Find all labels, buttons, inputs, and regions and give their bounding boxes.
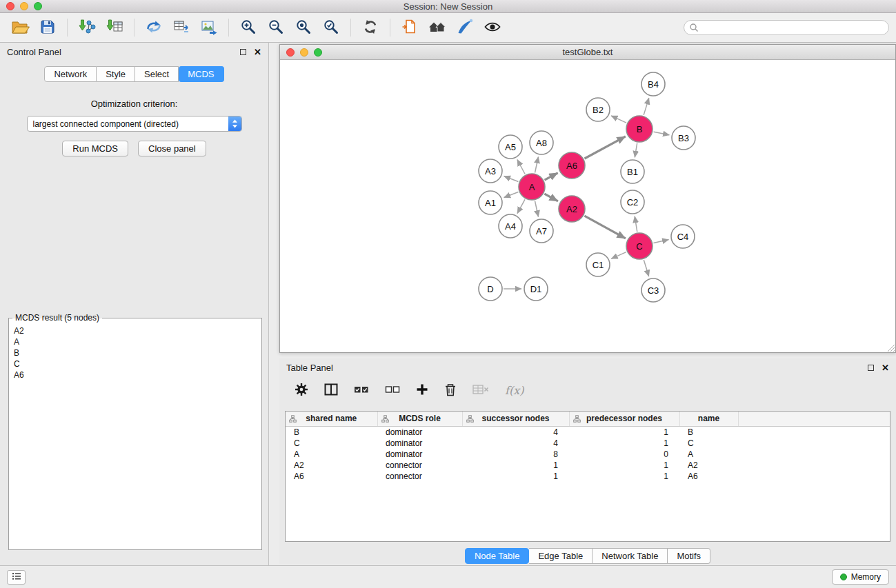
export-image-button[interactable] [196,16,222,39]
network-node-D[interactable]: D [479,277,502,301]
table-cell-successors[interactable]: 8 [462,449,569,460]
network-edge-C-C3[interactable] [644,260,648,276]
criterion-dropdown[interactable]: largest connected component (directed) [27,116,242,132]
annotation-button[interactable] [397,16,423,39]
zoom-window-button[interactable] [34,2,42,10]
table-cell-name[interactable]: A [679,449,738,460]
network-edge-A-A2[interactable] [544,194,558,201]
network-edge-A-A8[interactable] [535,157,539,173]
tab-motifs[interactable]: Motifs [668,548,710,564]
mcds-result-item[interactable]: A6 [10,369,260,381]
table-cell-successors[interactable]: 4 [462,438,569,449]
network-edge-A2-C[interactable] [584,216,626,239]
table-row[interactable]: A2connector11A2 [286,460,890,471]
save-session-button[interactable] [34,16,61,39]
table-cell-shared-name[interactable]: B [286,426,377,438]
network-node-B3[interactable]: B3 [672,126,695,150]
import-table-button[interactable] [101,16,128,39]
table-cell-mcds-role[interactable]: connector [377,460,462,471]
search-input[interactable] [684,20,889,35]
apply-style-button[interactable] [452,16,478,39]
network-edge-B-B4[interactable] [644,98,649,115]
network-node-A[interactable]: A [519,174,545,200]
resize-grip-icon[interactable] [886,343,895,352]
network-node-C4[interactable]: C4 [671,225,695,248]
home-view-button[interactable] [424,16,450,39]
network-edge-A-A3[interactable] [504,176,519,182]
tab-edge-table[interactable]: Edge Table [529,548,593,564]
add-column-button[interactable] [416,383,428,398]
table-row[interactable]: Bdominator41B [286,426,890,438]
show-columns-button[interactable] [324,383,338,398]
close-panel-button-secondary[interactable]: Close panel [138,141,206,156]
table-cell-successors[interactable]: 1 [462,471,569,482]
delete-column-button[interactable] [444,383,457,398]
delete-table-button[interactable] [472,384,489,397]
table-cell-name[interactable]: A2 [679,460,738,471]
table-cell-predecessors[interactable]: 1 [569,426,679,438]
table-cell-mcds-role[interactable]: connector [377,471,462,482]
network-node-A6[interactable]: A6 [559,152,585,179]
memory-button[interactable]: Memory [832,569,889,585]
run-mcds-button[interactable]: Run MCDS [62,141,128,156]
column-header-mcds-role[interactable]: MCDS role [377,412,462,426]
table-cell-successors[interactable]: 4 [462,426,569,438]
mcds-result-item[interactable]: C [10,358,260,369]
tab-select[interactable]: Select [135,66,179,82]
table-cell-mcds-role[interactable]: dominator [377,449,462,460]
network-edge-B-B1[interactable] [635,143,637,158]
network-node-A2[interactable]: A2 [559,196,585,222]
network-node-C1[interactable]: C1 [586,253,610,276]
network-edge-C-C1[interactable] [611,252,626,259]
table-cell-name[interactable]: C [679,438,738,449]
column-header-shared-name[interactable]: shared name [286,412,377,426]
network-node-B[interactable]: B [626,116,653,142]
tab-mcds[interactable]: MCDS [179,66,223,82]
network-node-C[interactable]: C [626,233,653,259]
network-edge-A-A7[interactable] [535,201,539,217]
mcds-result-item[interactable]: A2 [10,325,260,336]
task-history-button[interactable] [7,570,26,585]
network-edge-A-A5[interactable] [517,160,525,174]
network-node-A5[interactable]: A5 [499,135,522,159]
table-cell-shared-name[interactable]: A6 [286,471,377,482]
select-all-button[interactable] [354,385,369,396]
tab-node-table[interactable]: Node Table [465,548,530,564]
network-edge-A-A6[interactable] [545,173,558,180]
table-cell-shared-name[interactable]: C [286,438,377,449]
table-cell-name[interactable]: B [679,426,738,438]
table-cell-predecessors[interactable]: 1 [569,460,679,471]
network-node-A1[interactable]: A1 [479,191,502,214]
show-hide-button[interactable] [479,16,506,39]
table-row[interactable]: Adominator80A [286,449,890,460]
network-node-B4[interactable]: B4 [641,72,665,96]
table-cell-mcds-role[interactable]: dominator [377,426,462,438]
network-node-A8[interactable]: A8 [530,131,553,154]
zoom-fit-button[interactable] [290,16,317,39]
network-edge-B-B2[interactable] [611,116,626,123]
new-table-button[interactable] [168,16,195,39]
minimize-network-window-button[interactable] [300,48,308,57]
network-node-A7[interactable]: A7 [530,219,553,243]
refresh-layout-button[interactable] [357,16,384,39]
network-edge-A-A4[interactable] [517,199,525,213]
table-cell-predecessors[interactable]: 1 [569,471,679,482]
minimize-window-button[interactable] [20,2,28,10]
table-cell-predecessors[interactable]: 1 [569,438,679,449]
table-row[interactable]: A6connector11A6 [286,471,890,482]
column-header-successor-nodes[interactable]: successor nodes [462,412,569,426]
table-cell-mcds-role[interactable]: dominator [377,438,462,449]
deselect-all-button[interactable] [385,385,400,396]
network-node-A4[interactable]: A4 [499,214,522,238]
zoom-in-button[interactable] [235,16,261,39]
import-network-button[interactable] [74,16,100,39]
tab-network-table[interactable]: Network Table [593,548,668,564]
table-cell-name[interactable]: A6 [679,471,738,482]
table-cell-successors[interactable]: 1 [462,460,569,471]
column-header-name[interactable]: name [679,412,738,426]
network-node-B1[interactable]: B1 [621,160,644,183]
network-edge-A6-B[interactable] [585,136,626,159]
mcds-result-item[interactable]: B [10,347,260,358]
close-panel-button[interactable]: ✕ [254,48,261,57]
close-table-panel-button[interactable]: ✕ [882,363,889,372]
